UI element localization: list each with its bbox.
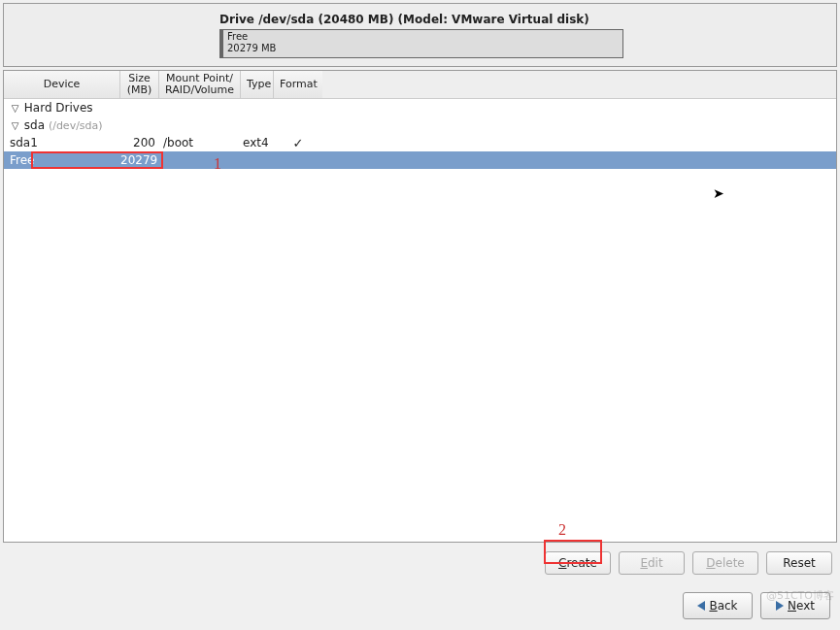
annotation-label-1: 1 bbox=[214, 155, 221, 173]
col-format[interactable]: Format bbox=[274, 71, 322, 98]
back-label: Back bbox=[709, 599, 737, 613]
drive-title: Drive /dev/sda (20480 MB) (Model: VMware… bbox=[219, 13, 623, 26]
col-mount[interactable]: Mount Point/ RAID/Volume bbox=[159, 71, 241, 98]
table-row-selected[interactable]: Free 20279 bbox=[4, 151, 836, 169]
create-label: Create bbox=[558, 556, 597, 570]
annotation-label-2: 2 bbox=[558, 521, 566, 539]
create-button[interactable]: Create bbox=[545, 551, 611, 575]
arrow-left-icon bbox=[697, 601, 705, 611]
disk-name: sda bbox=[24, 118, 45, 132]
back-button[interactable]: Back bbox=[683, 592, 753, 619]
col-type[interactable]: Type bbox=[241, 71, 274, 98]
cell-format: ✓ bbox=[274, 136, 322, 150]
expand-icon[interactable]: ▽ bbox=[10, 120, 20, 131]
col-mount-l2: RAID/Volume bbox=[165, 84, 234, 96]
col-size-l2: (MB) bbox=[126, 84, 152, 96]
reset-label: Reset bbox=[783, 556, 816, 570]
drive-segment-free[interactable]: Free 20279 MB bbox=[220, 30, 280, 57]
delete-label: Delete bbox=[706, 556, 744, 570]
partition-table-panel: Device Size (MB) Mount Point/ RAID/Volum… bbox=[3, 70, 837, 543]
table-header: Device Size (MB) Mount Point/ RAID/Volum… bbox=[4, 71, 836, 99]
reset-button[interactable]: Reset bbox=[766, 551, 832, 575]
cell-mount: /boot bbox=[159, 136, 241, 149]
cursor-icon: ➤ bbox=[713, 185, 724, 201]
table-row[interactable]: sda1 200 /boot ext4 ✓ bbox=[4, 134, 836, 151]
disk-path: (/dev/sda) bbox=[49, 119, 103, 132]
watermark: @51CTO博客 bbox=[766, 588, 834, 603]
col-device[interactable]: Device bbox=[4, 71, 120, 98]
col-size[interactable]: Size (MB) bbox=[120, 71, 159, 98]
cell-device: sda1 bbox=[4, 136, 120, 149]
cell-type: ext4 bbox=[241, 136, 274, 149]
action-bar: Create Edit Delete Reset bbox=[0, 546, 840, 579]
tree-disk-row[interactable]: ▽ sda (/dev/sda) bbox=[4, 116, 836, 134]
tree-root-row[interactable]: ▽ Hard Drives bbox=[4, 99, 836, 116]
root-label: Hard Drives bbox=[24, 101, 93, 115]
expand-icon[interactable]: ▽ bbox=[10, 103, 20, 114]
drive-summary-panel: Drive /dev/sda (20480 MB) (Model: VMware… bbox=[3, 3, 837, 67]
segment-name: Free bbox=[227, 31, 276, 43]
edit-label: Edit bbox=[640, 556, 662, 570]
nav-bar: Back Next bbox=[0, 579, 840, 619]
cell-size: 200 bbox=[120, 136, 159, 149]
tree-body: ▽ Hard Drives ▽ sda (/dev/sda) sda1 200 … bbox=[4, 99, 836, 169]
cell-device: Free bbox=[4, 153, 120, 167]
segment-size: 20279 MB bbox=[227, 43, 276, 54]
edit-button: Edit bbox=[619, 551, 685, 575]
drive-summary: Drive /dev/sda (20480 MB) (Model: VMware… bbox=[219, 13, 623, 58]
drive-usage-bar[interactable]: Free 20279 MB bbox=[219, 29, 623, 58]
delete-button: Delete bbox=[692, 551, 758, 575]
cell-size: 20279 bbox=[120, 153, 159, 167]
